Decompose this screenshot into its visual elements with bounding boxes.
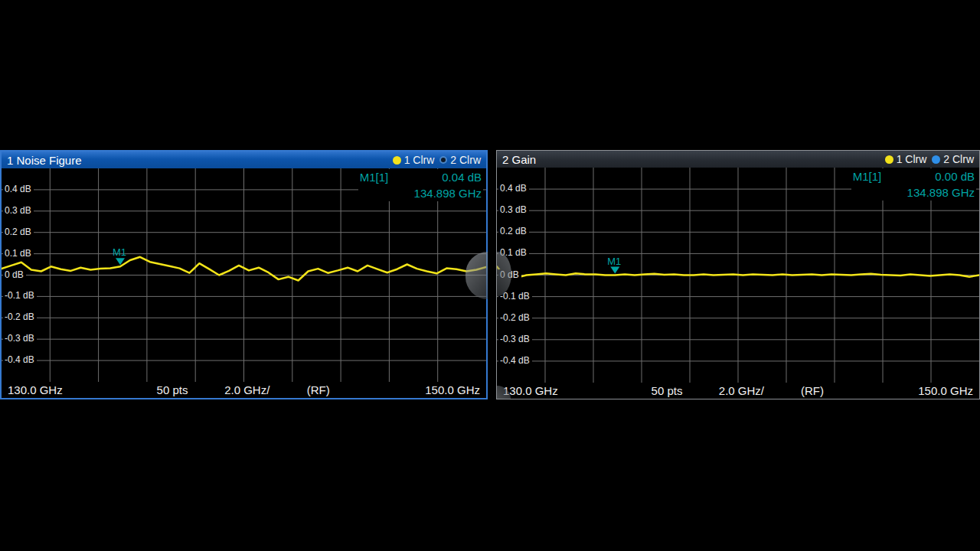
input-label: (RF) xyxy=(801,384,824,397)
y-axis-label: 0.1 dB xyxy=(3,248,34,259)
input-label: (RF) xyxy=(307,383,330,396)
gain-titlebar[interactable]: 2 Gain 1 Clrw2 Clrw xyxy=(497,151,979,168)
marker-readout: M1[1] 0.04 dB 134.898 GHz xyxy=(358,169,483,201)
trace-indicator-label: 1 Clrw xyxy=(404,154,435,166)
y-axis-label: -0.3 dB xyxy=(3,333,37,344)
marker-frequency: 134.898 GHz xyxy=(360,185,482,201)
y-axis-label: -0.3 dB xyxy=(498,334,532,345)
marker-name: M1[1] xyxy=(853,168,882,184)
trace-indicator-1[interactable]: 1 Clrw xyxy=(393,154,435,166)
start-frequency: 130.0 GHz xyxy=(8,383,63,396)
marker-name: M1[1] xyxy=(360,169,389,185)
y-axis-label: 0.3 dB xyxy=(498,204,529,216)
marker-m1-label: M1 xyxy=(607,256,621,267)
trace-indicator-label: 1 Clrw xyxy=(897,153,927,165)
y-axis-label: 0.2 dB xyxy=(498,226,529,237)
window-title: 2 Gain xyxy=(502,153,536,166)
sweep-points: 50 pts xyxy=(157,383,188,396)
window-gain[interactable]: 2 Gain 1 Clrw2 Clrw M1 M1[1] 0.00 dB 134… xyxy=(496,150,980,399)
trace-indicators: 1 Clrw2 Clrw xyxy=(393,154,481,166)
diagram-area: M1 M1[1] 0.04 dB 134.898 GHz 0.4 dB0.3 d… xyxy=(2,168,486,382)
diagram-area: M1 M1[1] 0.00 dB 134.898 GHz 0.4 dB0.3 d… xyxy=(497,168,979,383)
y-axis-label: 0.3 dB xyxy=(3,205,34,217)
start-frequency: 130.0 GHz xyxy=(503,384,558,397)
trace-indicator-label: 2 Clrw xyxy=(450,154,481,166)
y-axis-label: -0.2 dB xyxy=(3,311,37,323)
y-axis-label: 0.4 dB xyxy=(3,184,34,195)
trace-dot-icon xyxy=(393,156,401,165)
marker-value: 0.04 dB xyxy=(442,169,482,185)
marker-m1-label: M1 xyxy=(113,246,126,258)
y-axis-label: 0.2 dB xyxy=(3,227,34,238)
y-axis-label: -0.4 dB xyxy=(3,354,37,366)
window-title: 1 Noise Figure xyxy=(7,154,82,167)
trace-indicator-label: 2 Clrw xyxy=(943,153,974,165)
trace-indicator-2[interactable]: 2 Clrw xyxy=(439,154,481,166)
trace-dot-icon xyxy=(439,156,447,164)
trace-dot-icon xyxy=(885,155,893,164)
sweep-points: 50 pts xyxy=(652,384,683,397)
y-axis-label: -0.4 dB xyxy=(498,355,532,367)
marker-m1-symbol[interactable] xyxy=(610,267,619,274)
marker-value: 0.00 dB xyxy=(935,168,975,184)
stop-frequency: 150.0 GHz xyxy=(918,384,973,397)
x-axis-bar: 130.0 GHz 50 pts 2.0 GHz/ (RF) 150.0 GHz xyxy=(2,382,486,398)
y-axis-label: 0 dB xyxy=(3,269,26,281)
instrument-screen: 1 Noise Figure 1 Clrw2 Clrw M1 M1[1] 0.0… xyxy=(0,0,980,551)
y-axis-label: 0.4 dB xyxy=(498,183,529,194)
x-axis-bar: 130.0 GHz 50 pts 2.0 GHz/ (RF) 150.0 GHz xyxy=(497,383,979,399)
trace-indicators: 1 Clrw2 Clrw xyxy=(885,153,974,165)
noise-figure-titlebar[interactable]: 1 Noise Figure 1 Clrw2 Clrw xyxy=(2,152,486,168)
trace-indicator-1[interactable]: 1 Clrw xyxy=(885,153,927,165)
marker-frequency: 134.898 GHz xyxy=(853,184,975,201)
y-axis-label: -0.1 dB xyxy=(3,290,37,302)
freq-per-division: 2.0 GHz/ xyxy=(224,383,270,396)
freq-per-division: 2.0 GHz/ xyxy=(719,384,764,397)
stop-frequency: 150.0 GHz xyxy=(425,383,480,396)
trace-indicator-2[interactable]: 2 Clrw xyxy=(932,153,974,165)
window-noise-figure[interactable]: 1 Noise Figure 1 Clrw2 Clrw M1 M1[1] 0.0… xyxy=(0,150,488,399)
y-axis-label: -0.2 dB xyxy=(498,312,532,324)
trace-dot-icon xyxy=(932,155,940,164)
marker-readout: M1[1] 0.00 dB 134.898 GHz xyxy=(851,168,976,201)
